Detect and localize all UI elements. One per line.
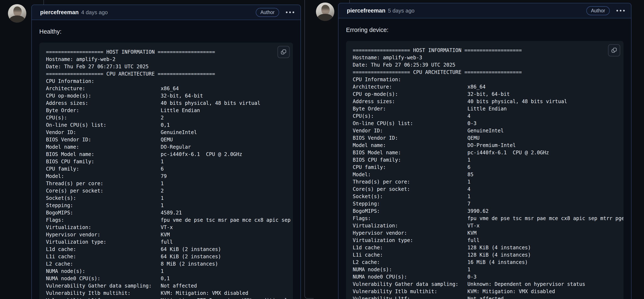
comment-timestamp[interactable]: 5 days ago <box>388 7 414 14</box>
comment-header: piercefreeman 5 days ago Author <box>338 3 631 18</box>
copy-icon <box>611 47 617 53</box>
avatar[interactable] <box>8 4 26 22</box>
code-block: =================== HOST INFORMATION ===… <box>39 43 293 299</box>
kebab-horizontal-icon <box>616 10 618 11</box>
kebab-horizontal-icon <box>292 11 294 13</box>
kebab-horizontal-icon <box>620 10 622 11</box>
comment-timestamp[interactable]: 4 days ago <box>81 9 108 16</box>
copy-button[interactable] <box>278 46 290 58</box>
column-divider <box>304 0 314 299</box>
timeline-line <box>349 0 350 3</box>
avatar[interactable] <box>316 2 334 21</box>
code-content: =================== HOST INFORMATION ===… <box>353 47 624 299</box>
kebab-menu-button[interactable] <box>616 8 626 13</box>
kebab-horizontal-icon <box>623 10 625 11</box>
timeline-line <box>44 0 44 4</box>
copy-button[interactable] <box>608 44 620 56</box>
kebab-menu-button[interactable] <box>285 10 295 15</box>
author-badge: Author <box>256 8 279 17</box>
comment-panel: piercefreeman 4 days ago Author Healthy:… <box>31 4 301 299</box>
code-block: =================== HOST INFORMATION ===… <box>346 41 624 299</box>
comment-body: Erroring device: =================== HOS… <box>338 18 631 299</box>
comment-header: piercefreeman 4 days ago Author <box>32 5 300 20</box>
comment-panel: piercefreeman 5 days ago Author Erroring… <box>338 3 632 299</box>
body-text: Healthy: <box>39 27 293 35</box>
author-username[interactable]: piercefreeman <box>40 9 79 16</box>
comment-body: Healthy: =================== HOST INFORM… <box>32 20 300 299</box>
copy-icon <box>280 49 287 55</box>
kebab-horizontal-icon <box>286 11 288 13</box>
code-content: =================== HOST INFORMATION ===… <box>46 48 293 299</box>
kebab-horizontal-icon <box>289 11 291 13</box>
body-text: Erroring device: <box>346 26 624 34</box>
author-username[interactable]: piercefreeman <box>347 7 386 14</box>
author-badge: Author <box>586 6 610 15</box>
